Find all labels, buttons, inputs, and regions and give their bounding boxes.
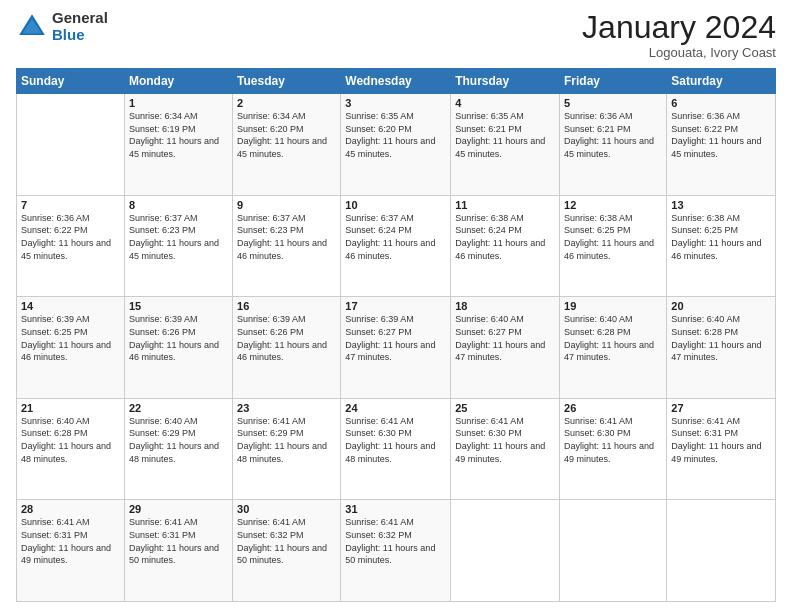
- week-row-4: 21Sunrise: 6:40 AM Sunset: 6:28 PM Dayli…: [17, 398, 776, 500]
- day-number: 25: [455, 402, 555, 414]
- cell-info: Sunrise: 6:36 AM Sunset: 6:22 PM Dayligh…: [671, 110, 771, 160]
- day-number: 3: [345, 97, 446, 109]
- cell-info: Sunrise: 6:41 AM Sunset: 6:29 PM Dayligh…: [237, 415, 336, 465]
- calendar-cell: [667, 500, 776, 602]
- calendar-cell: 26Sunrise: 6:41 AM Sunset: 6:30 PM Dayli…: [560, 398, 667, 500]
- day-number: 18: [455, 300, 555, 312]
- calendar-cell: 9Sunrise: 6:37 AM Sunset: 6:23 PM Daylig…: [233, 195, 341, 297]
- day-number: 22: [129, 402, 228, 414]
- cell-info: Sunrise: 6:38 AM Sunset: 6:25 PM Dayligh…: [671, 212, 771, 262]
- day-number: 20: [671, 300, 771, 312]
- calendar-cell: 7Sunrise: 6:36 AM Sunset: 6:22 PM Daylig…: [17, 195, 125, 297]
- calendar-cell: 14Sunrise: 6:39 AM Sunset: 6:25 PM Dayli…: [17, 297, 125, 399]
- day-number: 1: [129, 97, 228, 109]
- calendar-cell: 16Sunrise: 6:39 AM Sunset: 6:26 PM Dayli…: [233, 297, 341, 399]
- calendar-cell: 31Sunrise: 6:41 AM Sunset: 6:32 PM Dayli…: [341, 500, 451, 602]
- calendar-cell: [451, 500, 560, 602]
- col-header-saturday: Saturday: [667, 69, 776, 94]
- cell-info: Sunrise: 6:41 AM Sunset: 6:30 PM Dayligh…: [345, 415, 446, 465]
- calendar-cell: [560, 500, 667, 602]
- cell-info: Sunrise: 6:41 AM Sunset: 6:31 PM Dayligh…: [671, 415, 771, 465]
- calendar-cell: 4Sunrise: 6:35 AM Sunset: 6:21 PM Daylig…: [451, 94, 560, 196]
- calendar-cell: 5Sunrise: 6:36 AM Sunset: 6:21 PM Daylig…: [560, 94, 667, 196]
- day-number: 8: [129, 199, 228, 211]
- day-number: 12: [564, 199, 662, 211]
- cell-info: Sunrise: 6:35 AM Sunset: 6:20 PM Dayligh…: [345, 110, 446, 160]
- cell-info: Sunrise: 6:36 AM Sunset: 6:21 PM Dayligh…: [564, 110, 662, 160]
- calendar-cell: 13Sunrise: 6:38 AM Sunset: 6:25 PM Dayli…: [667, 195, 776, 297]
- col-header-monday: Monday: [124, 69, 232, 94]
- day-number: 2: [237, 97, 336, 109]
- calendar-cell: 10Sunrise: 6:37 AM Sunset: 6:24 PM Dayli…: [341, 195, 451, 297]
- day-number: 23: [237, 402, 336, 414]
- month-title: January 2024: [582, 10, 776, 45]
- location-subtitle: Logouata, Ivory Coast: [582, 45, 776, 60]
- day-number: 19: [564, 300, 662, 312]
- day-number: 24: [345, 402, 446, 414]
- cell-info: Sunrise: 6:36 AM Sunset: 6:22 PM Dayligh…: [21, 212, 120, 262]
- calendar-cell: 2Sunrise: 6:34 AM Sunset: 6:20 PM Daylig…: [233, 94, 341, 196]
- week-row-2: 7Sunrise: 6:36 AM Sunset: 6:22 PM Daylig…: [17, 195, 776, 297]
- day-number: 27: [671, 402, 771, 414]
- day-number: 7: [21, 199, 120, 211]
- calendar-cell: 18Sunrise: 6:40 AM Sunset: 6:27 PM Dayli…: [451, 297, 560, 399]
- cell-info: Sunrise: 6:39 AM Sunset: 6:27 PM Dayligh…: [345, 313, 446, 363]
- cell-info: Sunrise: 6:39 AM Sunset: 6:26 PM Dayligh…: [129, 313, 228, 363]
- cell-info: Sunrise: 6:41 AM Sunset: 6:30 PM Dayligh…: [455, 415, 555, 465]
- cell-info: Sunrise: 6:40 AM Sunset: 6:27 PM Dayligh…: [455, 313, 555, 363]
- calendar-cell: 20Sunrise: 6:40 AM Sunset: 6:28 PM Dayli…: [667, 297, 776, 399]
- cell-info: Sunrise: 6:40 AM Sunset: 6:28 PM Dayligh…: [671, 313, 771, 363]
- calendar-table: SundayMondayTuesdayWednesdayThursdayFrid…: [16, 68, 776, 602]
- day-number: 16: [237, 300, 336, 312]
- calendar-cell: 12Sunrise: 6:38 AM Sunset: 6:25 PM Dayli…: [560, 195, 667, 297]
- calendar-cell: 8Sunrise: 6:37 AM Sunset: 6:23 PM Daylig…: [124, 195, 232, 297]
- cell-info: Sunrise: 6:35 AM Sunset: 6:21 PM Dayligh…: [455, 110, 555, 160]
- day-number: 10: [345, 199, 446, 211]
- calendar-cell: 29Sunrise: 6:41 AM Sunset: 6:31 PM Dayli…: [124, 500, 232, 602]
- calendar-cell: 6Sunrise: 6:36 AM Sunset: 6:22 PM Daylig…: [667, 94, 776, 196]
- logo: General Blue: [16, 10, 108, 43]
- calendar-cell: 19Sunrise: 6:40 AM Sunset: 6:28 PM Dayli…: [560, 297, 667, 399]
- day-number: 28: [21, 503, 120, 515]
- col-header-thursday: Thursday: [451, 69, 560, 94]
- calendar-cell: 15Sunrise: 6:39 AM Sunset: 6:26 PM Dayli…: [124, 297, 232, 399]
- calendar-cell: [17, 94, 125, 196]
- logo-blue: Blue: [52, 27, 108, 44]
- page: General Blue January 2024 Logouata, Ivor…: [0, 0, 792, 612]
- day-number: 26: [564, 402, 662, 414]
- day-number: 30: [237, 503, 336, 515]
- calendar-cell: 30Sunrise: 6:41 AM Sunset: 6:32 PM Dayli…: [233, 500, 341, 602]
- day-number: 15: [129, 300, 228, 312]
- cell-info: Sunrise: 6:37 AM Sunset: 6:24 PM Dayligh…: [345, 212, 446, 262]
- header: General Blue January 2024 Logouata, Ivor…: [16, 10, 776, 60]
- calendar-cell: 17Sunrise: 6:39 AM Sunset: 6:27 PM Dayli…: [341, 297, 451, 399]
- logo-text: General Blue: [52, 10, 108, 43]
- logo-icon: [16, 11, 48, 43]
- cell-info: Sunrise: 6:39 AM Sunset: 6:26 PM Dayligh…: [237, 313, 336, 363]
- col-header-tuesday: Tuesday: [233, 69, 341, 94]
- col-header-sunday: Sunday: [17, 69, 125, 94]
- cell-info: Sunrise: 6:34 AM Sunset: 6:20 PM Dayligh…: [237, 110, 336, 160]
- cell-info: Sunrise: 6:39 AM Sunset: 6:25 PM Dayligh…: [21, 313, 120, 363]
- day-number: 13: [671, 199, 771, 211]
- day-number: 11: [455, 199, 555, 211]
- cell-info: Sunrise: 6:40 AM Sunset: 6:29 PM Dayligh…: [129, 415, 228, 465]
- calendar-cell: 28Sunrise: 6:41 AM Sunset: 6:31 PM Dayli…: [17, 500, 125, 602]
- cell-info: Sunrise: 6:41 AM Sunset: 6:32 PM Dayligh…: [345, 516, 446, 566]
- day-number: 29: [129, 503, 228, 515]
- cell-info: Sunrise: 6:38 AM Sunset: 6:25 PM Dayligh…: [564, 212, 662, 262]
- calendar-cell: 11Sunrise: 6:38 AM Sunset: 6:24 PM Dayli…: [451, 195, 560, 297]
- cell-info: Sunrise: 6:34 AM Sunset: 6:19 PM Dayligh…: [129, 110, 228, 160]
- calendar-cell: 22Sunrise: 6:40 AM Sunset: 6:29 PM Dayli…: [124, 398, 232, 500]
- week-row-1: 1Sunrise: 6:34 AM Sunset: 6:19 PM Daylig…: [17, 94, 776, 196]
- cell-info: Sunrise: 6:41 AM Sunset: 6:32 PM Dayligh…: [237, 516, 336, 566]
- day-number: 31: [345, 503, 446, 515]
- title-block: January 2024 Logouata, Ivory Coast: [582, 10, 776, 60]
- week-row-5: 28Sunrise: 6:41 AM Sunset: 6:31 PM Dayli…: [17, 500, 776, 602]
- logo-general: General: [52, 10, 108, 27]
- week-row-3: 14Sunrise: 6:39 AM Sunset: 6:25 PM Dayli…: [17, 297, 776, 399]
- day-number: 21: [21, 402, 120, 414]
- calendar-cell: 1Sunrise: 6:34 AM Sunset: 6:19 PM Daylig…: [124, 94, 232, 196]
- cell-info: Sunrise: 6:40 AM Sunset: 6:28 PM Dayligh…: [564, 313, 662, 363]
- cell-info: Sunrise: 6:41 AM Sunset: 6:31 PM Dayligh…: [129, 516, 228, 566]
